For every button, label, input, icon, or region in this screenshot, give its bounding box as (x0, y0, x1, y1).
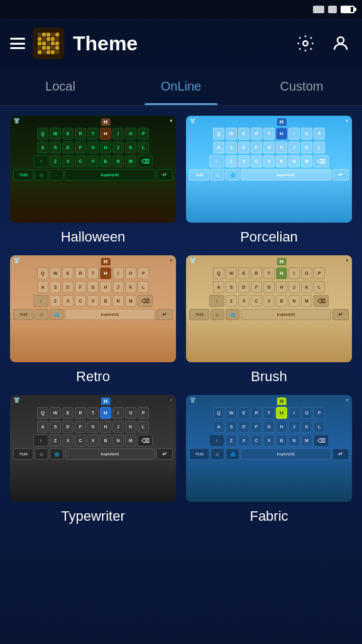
theme-card-typewriter[interactable]: 👕▾ Q W E R T H H I O P (10, 395, 176, 525)
theme-preview-typewriter: 👕▾ Q W E R T H H I O P (10, 395, 176, 502)
tab-online[interactable]: OnLine (121, 68, 241, 105)
theme-card-retro[interactable]: 👕▾ Q W E R T H H I O P (10, 255, 176, 385)
page-title: Theme (73, 32, 294, 55)
header: Theme (0, 19, 362, 68)
theme-name-porcelian: Porcelian (186, 229, 352, 245)
theme-name-fabric: Fabric (186, 508, 352, 525)
header-actions (294, 32, 352, 55)
theme-card-fabric[interactable]: 👕▾ Q W E R T H H I O P (186, 395, 352, 525)
tab-bar: Local OnLine Custom (0, 68, 362, 106)
theme-preview-brush: 👕▾ Q W E R T H H I O P (186, 255, 352, 362)
svg-point-0 (303, 41, 308, 46)
svg-point-1 (337, 37, 344, 43)
theme-name-retro: Retro (10, 369, 176, 385)
tab-local[interactable]: Local (0, 68, 121, 105)
status-bar (0, 0, 362, 19)
battery-icon (341, 6, 354, 13)
theme-card-halloween[interactable]: 👕▾ Q W E R T H H I O P (10, 116, 176, 245)
profile-button[interactable] (329, 32, 352, 55)
tab-custom[interactable]: Custom (241, 68, 362, 105)
theme-preview-fabric: 👕▾ Q W E R T H H I O P (186, 395, 352, 502)
wifi-icon (328, 6, 337, 13)
theme-grid: 👕▾ Q W E R T H H I O P (0, 106, 362, 535)
theme-card-brush[interactable]: 👕▾ Q W E R T H H I O P (186, 255, 352, 385)
theme-preview-halloween: 👕▾ Q W E R T H H I O P (10, 116, 176, 223)
theme-name-brush: Brush (186, 369, 352, 385)
theme-card-porcelian[interactable]: 👕▾ Q W E R T H H I O P (186, 116, 352, 245)
signal-icon (313, 6, 324, 13)
hamburger-menu-icon[interactable] (10, 38, 25, 49)
theme-name-typewriter: Typewriter (10, 508, 176, 525)
theme-name-halloween: Halloween (10, 229, 176, 245)
status-icons (313, 6, 354, 13)
app-logo (33, 28, 64, 59)
settings-button[interactable] (294, 32, 317, 55)
theme-preview-porcelian: 👕▾ Q W E R T H H I O P (186, 116, 352, 223)
theme-preview-retro: 👕▾ Q W E R T H H I O P (10, 255, 176, 362)
